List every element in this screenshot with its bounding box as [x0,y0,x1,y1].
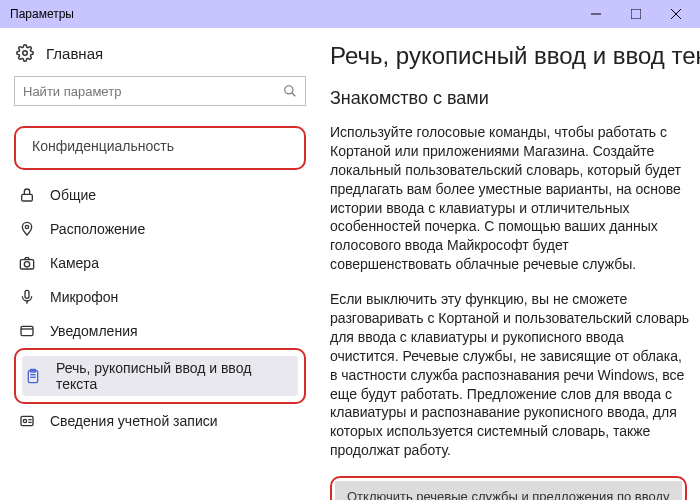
minimize-button[interactable] [576,0,616,28]
section-title: Знакомство с вами [330,88,690,109]
action-button-highlight: Отключить речевые службы и предложения п… [330,476,687,500]
svg-point-10 [24,262,29,267]
nav-item-speech[interactable]: Речь, рукописный ввод и ввод текста [22,356,298,396]
home-nav[interactable]: Главная [14,36,306,76]
titlebar: Параметры [0,0,700,28]
description-paragraph-2: Если выключить эту функцию, вы не сможет… [330,290,690,460]
maximize-button[interactable] [616,0,656,28]
search-input[interactable]: Найти параметр [14,76,306,106]
nav-label: Уведомления [50,323,138,339]
nav-item-camera[interactable]: Камера [14,246,306,280]
nav-label: Камера [50,255,99,271]
nav-label: Расположение [50,221,145,237]
svg-rect-13 [21,326,33,335]
microphone-icon [18,288,36,306]
content-pane: Речь, рукописный ввод и ввод текста Знак… [320,28,700,500]
svg-rect-11 [25,290,29,298]
search-icon [283,84,297,98]
category-header: Конфиденциальность [24,132,296,162]
nav-item-account-info[interactable]: Сведения учетной записи [14,404,306,438]
nav-label: Микрофон [50,289,118,305]
svg-point-4 [23,51,28,56]
page-title: Речь, рукописный ввод и ввод текста [330,42,690,70]
svg-point-8 [25,225,28,228]
camera-icon [18,254,36,272]
nav-item-general[interactable]: Общие [14,178,306,212]
nav-item-notifications[interactable]: Уведомления [14,314,306,348]
nav-item-speech-highlight: Речь, рукописный ввод и ввод текста [14,348,306,404]
sidebar: Главная Найти параметр Конфиденциальност… [0,28,320,500]
disable-speech-button[interactable]: Отключить речевые службы и предложения п… [335,481,682,500]
window-title: Параметры [10,7,576,21]
nav-label: Общие [50,187,96,203]
svg-point-5 [285,86,293,94]
account-icon [18,412,36,430]
nav-item-location[interactable]: Расположение [14,212,306,246]
close-button[interactable] [656,0,696,28]
notification-icon [18,322,36,340]
description-paragraph-1: Используйте голосовые команды, чтобы раб… [330,123,690,274]
location-icon [18,220,36,238]
home-label: Главная [46,45,103,62]
svg-rect-7 [22,194,33,201]
svg-point-20 [23,419,26,422]
clipboard-icon [24,367,42,385]
nav-item-microphone[interactable]: Микрофон [14,280,306,314]
search-placeholder: Найти параметр [23,84,121,99]
gear-icon [16,44,34,62]
category-header-highlight: Конфиденциальность [14,126,306,170]
svg-line-6 [292,93,296,97]
nav-label: Речь, рукописный ввод и ввод текста [56,360,296,392]
nav-label: Сведения учетной записи [50,413,218,429]
svg-rect-1 [631,9,641,19]
lock-icon [18,186,36,204]
